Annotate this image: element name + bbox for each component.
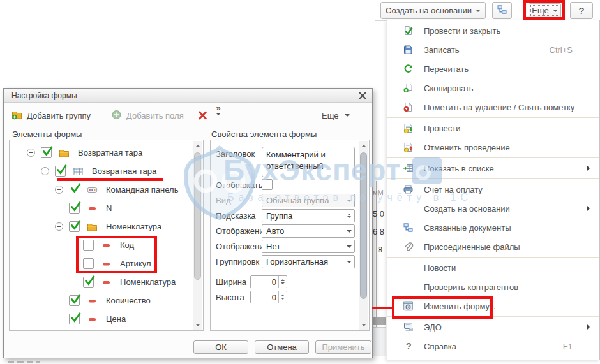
ok-button[interactable]: ОК	[193, 340, 248, 354]
apply-button[interactable]: Применить	[315, 340, 371, 354]
background-cell-fragment: мМ	[373, 189, 384, 196]
menu-item-пометить-на-удаление-снять-пометку[interactable]: Пометить на удаление / Снять пометку	[387, 98, 599, 117]
form-elements-tree: Возвратная тара Возвратная тара Командна…	[9, 140, 204, 331]
menu-item-label: Создать на основании	[424, 204, 510, 214]
tree-row[interactable]: Код	[10, 236, 192, 254]
menu-item-провести-и-закрыть[interactable]: Провести и закрыть	[387, 21, 599, 40]
tree-checkbox[interactable]	[83, 240, 94, 251]
tree-scrollbar[interactable]	[193, 141, 202, 330]
menu-item-проверить-контрагентов[interactable]: Проверить контрагентов	[387, 277, 599, 296]
tree-header: Элементы формы	[12, 129, 82, 139]
tooltip-input[interactable]: Группа	[262, 209, 355, 222]
properties-scrollbar[interactable]	[359, 141, 368, 330]
tree-expander[interactable]	[41, 167, 49, 175]
menu-item-справка[interactable]: ? Справка F1	[387, 337, 599, 356]
overflow-chevron-icon: »	[216, 105, 220, 112]
scroll-up-icon[interactable]	[193, 141, 202, 150]
delete-x-icon	[197, 110, 208, 122]
dialog-more-button[interactable]: Еще	[322, 108, 350, 122]
help-label: ?	[579, 5, 584, 16]
cancel-button[interactable]: Отмена	[255, 340, 309, 354]
menu-item-скопировать[interactable]: Скопировать	[387, 78, 599, 98]
tree-checkbox[interactable]	[41, 147, 52, 158]
tree-row[interactable]: N	[10, 199, 192, 217]
menu-item-label: Провести и закрыть	[424, 26, 500, 36]
tree-row[interactable]: Возвратная тара	[10, 162, 192, 180]
tree-checkbox[interactable]	[69, 314, 80, 324]
close-icon[interactable]	[357, 91, 368, 101]
create-based-on-button[interactable]: Создать на основании	[380, 2, 486, 19]
menu-item-показать-в-списке[interactable]: Показать в списке	[387, 159, 599, 178]
add-fields-label: Добавить поля	[126, 111, 184, 120]
kind-select[interactable]: Обычная группа	[262, 194, 355, 207]
spinner-arrows-icon[interactable]	[278, 291, 287, 303]
menu-item-label: Изменить форму...	[424, 302, 496, 311]
menu-item-shortcut: F1	[563, 342, 573, 351]
tree-checkbox[interactable]	[69, 184, 80, 195]
menu-item-label: Новости	[424, 263, 456, 273]
tree-checkbox[interactable]	[55, 166, 66, 177]
spinner-arrows-icon[interactable]	[345, 210, 352, 221]
tree-checkbox[interactable]	[83, 277, 94, 288]
menu-item-перечитать[interactable]: Перечитать	[387, 59, 599, 78]
related-documents-button[interactable]	[492, 2, 512, 19]
menu-item-присоединенные-файлы[interactable]: Присоединенные файлы	[387, 237, 599, 256]
menu-item-icon	[402, 263, 414, 273]
add-fields-button[interactable]: Добавить поля	[111, 108, 184, 122]
display2-select[interactable]: Нет	[262, 240, 355, 253]
scroll-up-icon[interactable]	[359, 141, 368, 150]
title-input[interactable]: Комментарий и ответственный	[262, 147, 355, 177]
menu-item-записать[interactable]: Записать Ctrl+S	[387, 40, 599, 59]
related-docs-icon	[402, 222, 414, 233]
properties-scrollbar-thumb[interactable]	[360, 152, 367, 299]
tree-row[interactable]: Командная панель	[10, 180, 192, 199]
menu-item-эдо[interactable]: я ЭДО	[387, 317, 599, 337]
menu-item-создать-на-основании[interactable]: Создать на основании	[387, 199, 599, 218]
menu-separator	[387, 316, 599, 317]
menu-item-label: Присоединенные файлы	[424, 242, 520, 252]
display2-label: Отображени	[216, 242, 262, 251]
scroll-down-icon[interactable]	[193, 321, 202, 330]
grouping-select[interactable]: Горизонтальная	[262, 255, 355, 268]
refresh-icon	[402, 64, 414, 74]
tree-scrollbar-thumb[interactable]	[194, 152, 201, 280]
tree-row[interactable]: Количество	[10, 291, 192, 310]
tooltip-label: Подсказка	[216, 211, 262, 221]
tree-row[interactable]: Артикул	[10, 254, 192, 273]
delete-button[interactable]	[197, 109, 208, 123]
tree-row[interactable]: Возвратная тара	[10, 143, 192, 162]
dialog-titlebar[interactable]: Настройка формы	[4, 89, 372, 103]
menu-item-связанные-документы[interactable]: Связанные документы	[387, 218, 599, 237]
spinner-arrows-icon[interactable]	[278, 276, 287, 288]
width-stepper[interactable]: 0	[250, 275, 287, 288]
menu-item-отменить-проведение[interactable]: Отменить проведение	[387, 138, 599, 157]
tree-checkbox[interactable]	[83, 258, 94, 269]
tree-expander[interactable]	[27, 149, 35, 157]
tree-row[interactable]: Номенклатура	[10, 217, 192, 236]
menu-item-провести[interactable]: Провести	[387, 119, 599, 138]
field-icon	[101, 240, 112, 251]
display1-select[interactable]: Авто	[262, 224, 355, 238]
menu-item-счет-на-оплату[interactable]: Счет на оплату	[387, 180, 599, 199]
tree-expander[interactable]	[55, 222, 63, 231]
menu-item-label: Скопировать	[424, 84, 474, 93]
toolbar-overflow-button[interactable]: »	[216, 105, 221, 119]
menu-item-новости[interactable]: Новости	[387, 258, 599, 277]
tree-checkbox[interactable]	[69, 295, 80, 306]
scroll-down-icon[interactable]	[359, 321, 368, 330]
tree-row[interactable]: Цена	[10, 310, 192, 328]
show-checkbox[interactable]	[262, 179, 273, 190]
add-group-button[interactable]: Добавить группу	[11, 108, 91, 122]
tree-checkbox[interactable]	[69, 203, 80, 214]
tree-checkbox[interactable]	[69, 221, 80, 232]
help-button[interactable]: ?	[570, 2, 593, 19]
tree-item-label: Возвратная тара	[92, 166, 156, 176]
height-stepper[interactable]: 0	[250, 291, 287, 303]
submenu-arrow-icon	[587, 205, 593, 212]
more-button[interactable]: Еще	[529, 3, 561, 18]
tree-expander[interactable]	[55, 186, 63, 194]
tree-row[interactable]: Номенклатура	[10, 273, 192, 291]
height-value: 0	[272, 293, 276, 302]
background-cell-fragment: 5 0	[373, 209, 384, 219]
menu-item-изменить-форму[interactable]: Изменить форму...	[387, 296, 599, 316]
